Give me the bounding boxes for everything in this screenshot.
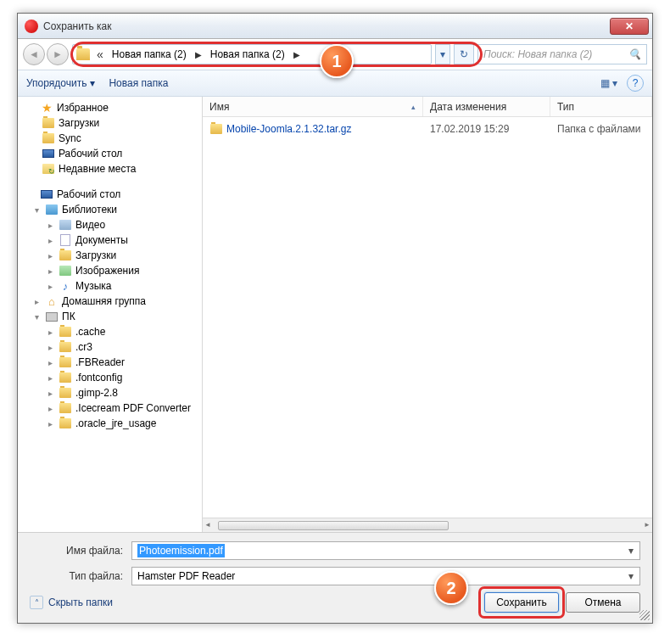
sidebar-folder-oracle[interactable]: ▸.oracle_jre_usage [18, 416, 202, 431]
chevron-right-icon: ▶ [192, 50, 205, 59]
resize-grip[interactable] [639, 610, 650, 620]
sidebar-folder-gimp[interactable]: ▸.gimp-2.8 [18, 385, 202, 400]
file-list[interactable]: Mobile-Joomla.2.1.32.tar.gz 17.02.2019 1… [203, 117, 652, 518]
column-headers: Имя▴ Дата изменения Тип [203, 97, 652, 117]
breadcrumb-overflow-icon[interactable] [93, 48, 107, 61]
sidebar-libraries[interactable]: ▾Библиотеки [18, 202, 202, 217]
breadcrumb[interactable]: Новая папка (2) ▶ Новая папка (2) ▶ [72, 44, 432, 64]
sidebar-video[interactable]: ▸Видео [18, 217, 202, 232]
file-date: 17.02.2019 15:29 [423, 123, 550, 135]
close-button[interactable]: ✕ [610, 18, 649, 35]
window-title: Сохранить как [43, 20, 610, 32]
chevron-right-icon: ▶ [290, 50, 304, 59]
sidebar-sync[interactable]: Sync [18, 131, 202, 146]
titlebar[interactable]: Сохранить как ✕ [18, 14, 652, 39]
sidebar-downloads[interactable]: Загрузки [18, 115, 202, 131]
save-button[interactable]: Сохранить [484, 592, 559, 613]
file-pane: Имя▴ Дата изменения Тип Mobile-Joomla.2.… [203, 97, 652, 532]
sidebar-folder-cache[interactable]: ▸.cache [18, 324, 202, 339]
file-type: Папка с файлами [550, 123, 652, 135]
sidebar-images[interactable]: ▸Изображения [18, 263, 202, 278]
annotation-callout-1: 1 [320, 44, 354, 78]
refresh-button[interactable]: ↻ [454, 44, 474, 64]
view-options-button[interactable]: ▦ ▾ [596, 75, 622, 92]
sidebar-desktop[interactable]: Рабочий стол [18, 146, 202, 161]
scrollbar-thumb[interactable] [218, 521, 449, 530]
help-button[interactable]: ? [627, 75, 644, 92]
hide-folders-button[interactable]: ˄ Скрыть папки [30, 596, 113, 609]
filetype-label: Тип файла: [30, 570, 131, 582]
filetype-select[interactable]: Hamster PDF Reader ▾ [131, 567, 640, 585]
bottom-panel: Имя файла: Photoemission.pdf ▾ Тип файла… [18, 533, 652, 623]
search-input[interactable]: Поиск: Новая папка (2) 🔍 [477, 44, 647, 64]
column-type[interactable]: Тип [550, 97, 652, 116]
search-icon: 🔍 [628, 48, 641, 60]
file-row[interactable]: Mobile-Joomla.2.1.32.tar.gz 17.02.2019 1… [203, 120, 652, 137]
cancel-button[interactable]: Отмена [566, 592, 640, 613]
chevron-down-icon: ▾ [90, 77, 95, 89]
sidebar-homegroup[interactable]: ▸⌂Домашняя группа [18, 294, 202, 309]
file-name: Mobile-Joomla.2.1.32.tar.gz [226, 123, 351, 135]
save-as-dialog: Сохранить как ✕ ◄ ► Новая папка (2) ▶ Но… [17, 13, 653, 624]
opera-icon [25, 20, 38, 33]
sidebar-documents[interactable]: ▸Документы [18, 232, 202, 248]
sidebar-music[interactable]: ▸♪Музыка [18, 278, 202, 294]
sidebar-favorites[interactable]: ★Избранное [18, 100, 202, 115]
folder-icon [210, 124, 222, 134]
column-name[interactable]: Имя▴ [203, 97, 423, 116]
horizontal-scrollbar[interactable] [203, 518, 652, 532]
sidebar-folder-cr3[interactable]: ▸.cr3 [18, 339, 202, 355]
sidebar-pc[interactable]: ▾ПК [18, 309, 202, 324]
filetype-dropdown-icon[interactable]: ▾ [624, 569, 638, 583]
sidebar-folder-fbreader[interactable]: ▸.FBReader [18, 355, 202, 370]
sort-arrow-icon: ▴ [411, 103, 416, 111]
annotation-callout-2: 2 [434, 571, 468, 605]
filetype-value: Hamster PDF Reader [137, 570, 235, 582]
sidebar-folder-icecream[interactable]: ▸.Icecream PDF Converter [18, 400, 202, 416]
sidebar-recent[interactable]: Недавние места [18, 161, 202, 176]
nav-back-button[interactable]: ◄ [23, 43, 45, 65]
body-area: ★Избранное Загрузки Sync Рабочий стол Не… [18, 97, 652, 533]
navigation-pane[interactable]: ★Избранное Загрузки Sync Рабочий стол Не… [18, 97, 203, 532]
nav-forward-button[interactable]: ► [47, 43, 69, 65]
organize-button[interactable]: Упорядочить ▾ [26, 77, 95, 89]
sidebar-folder-fontconfig[interactable]: ▸.fontconfig [18, 370, 202, 385]
filename-label: Имя файла: [30, 545, 131, 557]
search-placeholder: Поиск: Новая папка (2) [483, 48, 592, 60]
filename-value: Photoemission.pdf [137, 544, 225, 557]
column-date[interactable]: Дата изменения [423, 97, 550, 116]
sidebar-desktop-root[interactable]: Рабочий стол [18, 187, 202, 202]
sidebar-downloads-lib[interactable]: ▸Загрузки [18, 248, 202, 263]
folder-icon [76, 48, 90, 60]
breadcrumb-segment-2[interactable]: Новая папка (2) [205, 48, 290, 60]
new-folder-button[interactable]: Новая папка [109, 77, 168, 89]
address-dropdown-button[interactable]: ▾ [435, 44, 450, 64]
filename-input[interactable]: Photoemission.pdf ▾ [131, 541, 640, 560]
filename-dropdown-icon[interactable]: ▾ [624, 544, 638, 557]
breadcrumb-segment-1[interactable]: Новая папка (2) [107, 48, 192, 60]
collapse-icon: ˄ [30, 596, 43, 609]
